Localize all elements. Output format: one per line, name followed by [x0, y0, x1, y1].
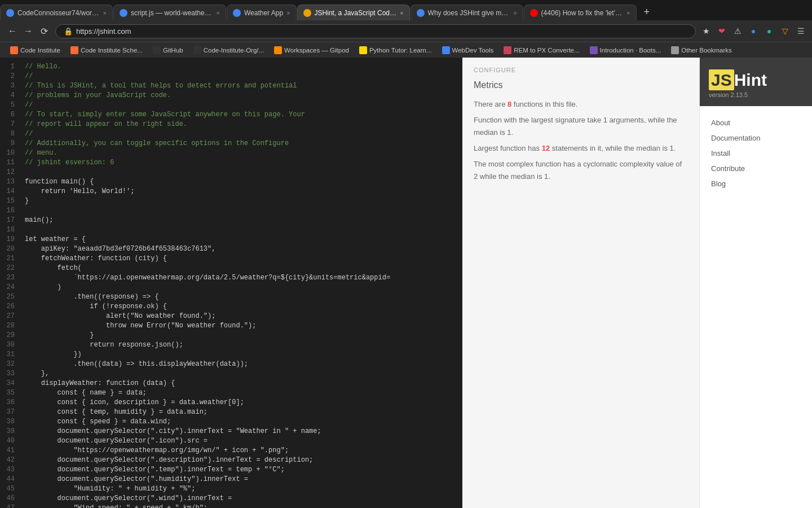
line-number-37: 37: [0, 408, 20, 417]
tab-tab6[interactable]: (4406) How to fix the 'let' is avai... ×: [524, 5, 637, 20]
line-number-34: 34: [0, 379, 20, 388]
line-number-40: 40: [0, 436, 20, 446]
sidebar-nav-item-blog[interactable]: Blog: [700, 176, 812, 191]
code-line-27: alert("No weather found.");: [25, 312, 462, 321]
line-number-47: 47: [0, 503, 20, 508]
line-number-12: 12: [0, 168, 20, 177]
code-line-15: }: [25, 196, 462, 206]
code-line-20: apiKey: "aeaadd7bd3ef0726b64f6538463c761…: [25, 244, 462, 254]
bookmark-label-2: GitHub: [163, 47, 183, 54]
tab-tab3[interactable]: Weather App ×: [227, 5, 297, 20]
line-number-8: 8: [0, 129, 20, 139]
browser-chrome: CodeConnoisseur74/world-wea... × script.…: [0, 0, 812, 58]
code-line-7: // report will appear on the right side.: [25, 120, 462, 129]
bookmark-item-2[interactable]: GitHub: [148, 45, 188, 55]
line-number-11: 11: [0, 158, 20, 168]
code-line-41: "https://openweathermap.org/img/wn/" + i…: [25, 446, 462, 456]
tab-tab5[interactable]: Why does JSHint give me these i... ×: [411, 5, 523, 20]
line-number-3: 3: [0, 81, 20, 91]
line-number-19: 19: [0, 235, 20, 244]
line-number-35: 35: [0, 388, 20, 398]
code-line-34: displayWeather: function (data) {: [25, 379, 462, 388]
code-content[interactable]: // Hello.//// This is JSHint, a tool tha…: [20, 58, 462, 508]
code-line-29: }: [25, 331, 462, 340]
code-line-22: fetch(: [25, 264, 462, 273]
extension-icon[interactable]: ⚠: [732, 25, 743, 37]
code-line-3: // This is JSHint, a tool that helps to …: [25, 81, 462, 91]
line-number-44: 44: [0, 475, 20, 484]
new-tab-button[interactable]: +: [639, 6, 655, 18]
sidebar-nav-item-about[interactable]: About: [700, 115, 812, 130]
tab-close-tab5[interactable]: ×: [513, 10, 517, 16]
line-number-30: 30: [0, 340, 20, 350]
bookmark-label-6: WebDev Tools: [452, 47, 494, 54]
bookmark-item-0[interactable]: Code Institute: [6, 45, 65, 55]
code-line-12: [25, 168, 462, 177]
tab-close-tab3[interactable]: ×: [286, 10, 290, 16]
line-number-2: 2: [0, 72, 20, 81]
tab-close-tab1[interactable]: ×: [103, 10, 107, 16]
bookmarks-bar: Code Institute Code Institute Sche... Gi…: [0, 42, 812, 58]
code-line-17: main();: [25, 216, 462, 225]
line-number-36: 36: [0, 398, 20, 408]
addon-icon[interactable]: ▽: [779, 25, 791, 37]
metrics-title: Metrics: [474, 80, 688, 90]
bookmark-item-5[interactable]: Python Tutor: Learn...: [355, 45, 436, 55]
code-line-38: const { speed } = data.wind;: [25, 417, 462, 427]
tab-close-tab6[interactable]: ×: [626, 10, 630, 16]
security-icon: 🔒: [64, 27, 73, 36]
browser-icons: ★ ❤ ⚠ ● ● ▽ ☰: [700, 25, 806, 37]
code-editor[interactable]: 1234567891011121314151617181920212223242…: [0, 58, 462, 508]
line-number-41: 41: [0, 446, 20, 456]
pocket-icon[interactable]: ❤: [716, 25, 727, 37]
code-line-40: document.querySelector(".icon").src =: [25, 436, 462, 446]
tab-close-tab4[interactable]: ×: [400, 10, 403, 16]
chrome-icon[interactable]: ●: [748, 25, 759, 37]
line-number-4: 4: [0, 91, 20, 100]
url-bar[interactable]: 🔒 https://jshint.com: [55, 24, 696, 38]
bookmark-item-8[interactable]: Introduction · Boots...: [585, 45, 666, 55]
bookmark-star-icon[interactable]: ★: [700, 25, 712, 37]
settings-icon[interactable]: ☰: [795, 25, 806, 37]
code-line-37: const { temp, humidity } = data.main;: [25, 408, 462, 417]
bookmark-item-6[interactable]: WebDev Tools: [438, 45, 498, 55]
code-line-33: },: [25, 369, 462, 379]
tab-favicon-tab1: [6, 9, 14, 17]
tab-tab2[interactable]: script.js — world-weather-p2 —... ×: [113, 5, 226, 20]
bookmark-item-4[interactable]: Workspaces — Gitpod: [270, 45, 354, 55]
tab-favicon-tab3: [233, 9, 241, 17]
tab-close-tab2[interactable]: ×: [217, 10, 220, 16]
metric-text-2: Function with the largest signature take…: [474, 114, 688, 139]
bookmark-label-7: REM to PX Converte...: [514, 47, 579, 54]
forward-button[interactable]: →: [21, 24, 35, 38]
line-number-13: 13: [0, 177, 20, 187]
metrics-panel: CONFIGURE Metrics There are 8 functions …: [462, 58, 699, 508]
bookmark-item-1[interactable]: Code Institute Sche...: [66, 45, 147, 55]
bookmark-label-8: Introduction · Boots...: [600, 47, 661, 54]
code-line-13: function main() {: [25, 177, 462, 187]
bookmark-item-9[interactable]: Other Bookmarks: [667, 45, 736, 55]
line-number-42: 42: [0, 456, 20, 465]
line-number-9: 9: [0, 139, 20, 148]
nav-buttons: ← → ⟳: [6, 24, 51, 38]
code-line-42: document.querySelector(".description").i…: [25, 456, 462, 465]
sidebar-nav-item-install[interactable]: Install: [700, 146, 812, 161]
metric-text-1: There are 8 functions in this file.: [474, 98, 688, 111]
sidebar-nav-item-contribute[interactable]: Contribute: [700, 161, 812, 176]
tab-tab4[interactable]: JSHint, a JavaScript Code Quality T... ×: [297, 5, 410, 20]
tab-bar: CodeConnoisseur74/world-wea... × script.…: [0, 0, 812, 20]
sidebar-nav-item-documentation[interactable]: Documentation: [700, 130, 812, 146]
bookmark-item-3[interactable]: Code-Institute-Org/...: [189, 45, 268, 55]
bookmark-item-7[interactable]: REM to PX Converte...: [499, 45, 584, 55]
line-number-6: 6: [0, 110, 20, 120]
line-numbers: 1234567891011121314151617181920212223242…: [0, 58, 20, 508]
reload-button[interactable]: ⟳: [37, 24, 51, 38]
tab-tab1[interactable]: CodeConnoisseur74/world-wea... ×: [0, 5, 113, 20]
line-number-18: 18: [0, 225, 20, 235]
profile-icon[interactable]: ●: [764, 25, 775, 37]
code-line-26: if (!response.ok) {: [25, 302, 462, 312]
metric-text-3: Largest function has 12 statements in it…: [474, 142, 688, 155]
back-button[interactable]: ←: [6, 24, 19, 38]
code-line-23: `https://api.openweathermap.org/data/2.5…: [25, 273, 462, 283]
bookmark-label-5: Python Tutor: Learn...: [369, 47, 432, 54]
